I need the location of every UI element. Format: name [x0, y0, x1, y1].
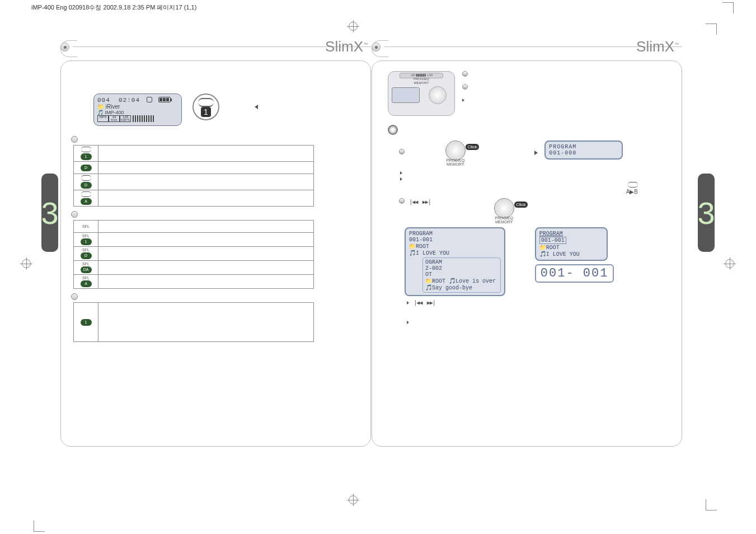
led-icon: [388, 125, 398, 135]
chapter-tab-3: 3: [41, 174, 58, 252]
mode-badge: A: [81, 280, 92, 287]
note-arrow-icon: [400, 177, 402, 181]
prev-track-icon: |◀◀: [414, 299, 422, 306]
left-arrow-icon: [255, 105, 258, 109]
register-mark: [724, 257, 736, 270]
program-lcd-result: PROGRAM 001-001 📁ROOT 🎵I LOVE YOU: [535, 227, 608, 261]
mode-badge: D: [81, 252, 92, 259]
repeat-callout: 1: [192, 93, 219, 120]
mode-badge: DA: [81, 266, 92, 273]
right-arrow-icon: [534, 151, 538, 155]
ab-repeat-label: A▶B: [626, 189, 638, 195]
intro-mode-table: 1: [73, 302, 314, 342]
mode-badge: D: [81, 165, 92, 171]
register-mark: [347, 494, 359, 506]
section-bullet: [71, 293, 78, 300]
mode-badge: 1: [81, 238, 92, 245]
repeat-mode-table: 1 D D A: [73, 145, 314, 207]
mode-badge: D: [81, 182, 92, 189]
note-arrow-icon: [407, 321, 409, 324]
program-lcd-expanded: PROGRAM 001-001 📁ROOT 🎵I LOVE YOU OGRAM …: [405, 227, 505, 296]
svg-text:3: 3: [698, 195, 715, 231]
prog-eq-knob: Click PROG/EQMEMORY: [489, 198, 520, 223]
bullet-icon: [399, 198, 405, 204]
section-bullet: [71, 136, 78, 143]
next-track-icon: ▶▶|: [422, 199, 431, 205]
repeat-icon: [81, 191, 91, 197]
repeat-number: 1: [201, 107, 211, 117]
led-icon: [462, 84, 468, 90]
brand-logo: SlimX™: [636, 38, 679, 55]
brand-logo: SlimX™: [325, 38, 368, 55]
play-icon: [462, 99, 464, 102]
device-illustration: -10 ▮▮▮▮▮▮ +10PROG/EQMEMORY: [388, 71, 455, 116]
register-mark: [20, 257, 32, 270]
program-lcd: PROGRAM 001-000: [544, 140, 623, 160]
sfl-label: SFL: [76, 224, 96, 228]
shuffle-mode-table: SFL SFL1 SFLD SFLDA SFLA: [73, 220, 314, 289]
doc-header: iMP-400 Eng 020918수정 2002.9.18 2:35 PM 페…: [31, 3, 196, 12]
crop-mark: [706, 24, 717, 35]
mode-badge: 1: [81, 319, 92, 326]
player-lcd: 004 02:04 📁 iRiver 🎵 IMP-400 MP344 KHz12…: [93, 93, 182, 126]
manual-page-left: SlimX™ 004 02:04 📁 iRiver 🎵 IMP-400 MP34…: [60, 38, 371, 452]
prog-eq-knob: Click PROG/EQMEMORY: [440, 140, 471, 165]
mode-badge: 1: [81, 153, 92, 160]
mode-badge: A: [81, 198, 92, 205]
repeat-icon: [628, 182, 638, 188]
register-mark: [347, 20, 359, 32]
repeat-icon: [81, 147, 91, 152]
manual-page-right: SlimX™ -10 ▮▮▮▮▮▮ +10PROG/EQMEMORY Click…: [372, 38, 682, 452]
svg-text:3: 3: [41, 195, 58, 231]
brand-bar: SlimX™: [60, 38, 371, 57]
crop-mark: [706, 499, 717, 510]
brand-bar: SlimX™: [372, 38, 682, 57]
crop-mark: [722, 2, 734, 13]
repeat-icon: [81, 175, 91, 181]
program-number-zoom: 001- 001: [535, 264, 614, 283]
bullet-icon: [399, 149, 405, 154]
chapter-tab-3: 3: [698, 174, 715, 252]
note-arrow-icon: [407, 301, 409, 305]
note-arrow-icon: [400, 171, 402, 175]
led-icon: [462, 71, 468, 77]
crop-mark: [34, 521, 45, 532]
next-track-icon: ▶▶|: [427, 299, 435, 306]
prev-track-icon: |◀◀: [409, 199, 417, 205]
section-bullet: [71, 211, 78, 218]
